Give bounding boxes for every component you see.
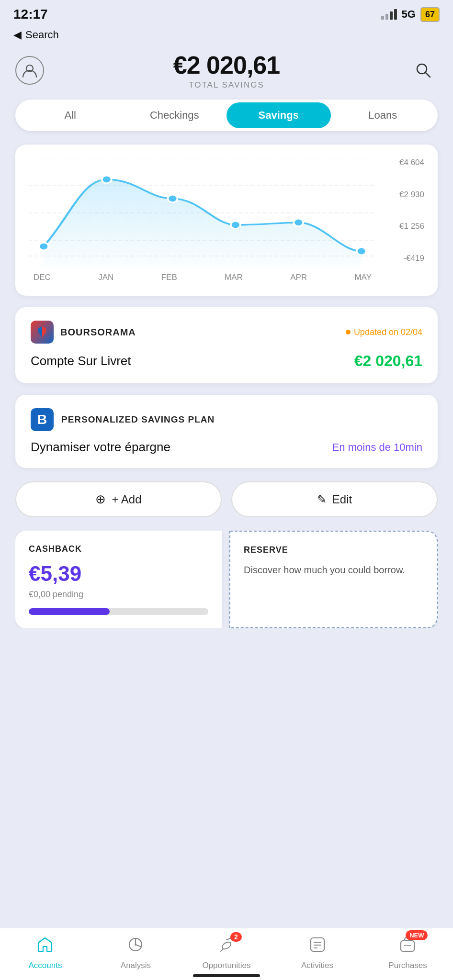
cashback-progress-bar	[29, 608, 208, 615]
account-brand: BOURSORAMA	[31, 321, 136, 344]
bottom-cards-row: CASHBACK €5,39 €0,00 pending RESERVE Dis…	[15, 531, 438, 628]
add-label: + Add	[112, 493, 141, 506]
tab-savings[interactable]: Savings	[226, 102, 331, 128]
reserve-desc: Discover how much you could borrow.	[244, 563, 423, 577]
home-indicator	[193, 974, 260, 977]
savings-plan-row: Dynamiser votre épargne En moins de 10mi…	[31, 440, 422, 455]
svg-point-8	[39, 243, 48, 250]
tab-checkings[interactable]: Checkings	[123, 102, 227, 128]
svg-line-2	[426, 73, 430, 78]
analysis-icon	[127, 936, 144, 957]
action-buttons: ⊕ + Add ✎ Edit	[15, 481, 438, 517]
savings-plan-title: PERSONALIZED SAVINGS PLAN	[61, 414, 215, 425]
tab-all[interactable]: All	[18, 102, 123, 128]
chart-x-dec: DEC	[34, 273, 51, 282]
header: €2 020,61 TOTAL SAVINGS	[0, 46, 453, 100]
chart-svg	[29, 158, 376, 268]
back-label: Search	[25, 29, 59, 41]
add-button[interactable]: ⊕ + Add	[15, 481, 222, 517]
cashback-progress-fill	[29, 608, 110, 615]
accounts-icon	[36, 936, 54, 957]
savings-plan-card[interactable]: B PERSONALIZED SAVINGS PLAN Dynamiser vo…	[15, 395, 438, 468]
account-header: BOURSORAMA Updated on 02/04	[31, 321, 422, 344]
savings-plan-link[interactable]: En moins de 10min	[332, 441, 422, 454]
opportunities-icon: 2	[218, 936, 235, 957]
purchases-new-badge: NEW	[406, 930, 428, 940]
boursorama-account-card[interactable]: BOURSORAMA Updated on 02/04 Compte Sur L…	[15, 307, 438, 383]
signal-bar-4	[394, 9, 397, 20]
nav-purchases[interactable]: NEW Purchases	[384, 936, 431, 970]
reserve-card[interactable]: RESERVE Discover how much you could borr…	[229, 531, 438, 628]
savings-plan-logo: B	[31, 408, 54, 431]
chart-x-apr: APR	[290, 273, 307, 282]
savings-plan-desc: Dynamiser votre épargne	[31, 440, 170, 455]
search-button[interactable]	[409, 56, 438, 85]
cashback-pending: €0,00 pending	[29, 590, 208, 600]
total-amount-label: TOTAL SAVINGS	[173, 80, 280, 90]
chart-x-may: MAY	[354, 273, 372, 282]
chart-y-label-1: €4 604	[399, 158, 424, 167]
chart-y-labels: €4 604 €2 930 €1 256 -€419	[381, 158, 424, 263]
activities-icon	[309, 936, 326, 957]
account-balance: €2 020,61	[354, 352, 422, 370]
nav-purchases-label: Purchases	[388, 961, 427, 970]
chart-x-labels: DEC JAN FEB MAR APR MAY	[29, 273, 376, 282]
edit-label: Edit	[332, 493, 352, 506]
chart-x-mar: MAR	[225, 273, 243, 282]
add-icon: ⊕	[95, 492, 106, 507]
opportunities-badge: 2	[230, 932, 242, 942]
chart-x-jan: JAN	[98, 273, 113, 282]
account-name: Compte Sur Livret	[31, 354, 131, 368]
savings-plan-header: B PERSONALIZED SAVINGS PLAN	[31, 408, 422, 431]
svg-point-12	[294, 219, 303, 226]
status-time: 12:17	[13, 7, 48, 22]
avatar-button[interactable]	[15, 56, 44, 85]
tab-loans[interactable]: Loans	[331, 102, 435, 128]
boursorama-logo	[31, 321, 54, 344]
svg-point-15	[135, 944, 136, 946]
nav-analysis-label: Analysis	[121, 961, 151, 970]
signal-bar-1	[381, 16, 384, 20]
svg-line-18	[221, 949, 223, 951]
update-badge: Updated on 02/04	[346, 327, 422, 337]
bottom-navigation: Accounts Analysis 2 Opportunities	[0, 928, 453, 980]
nav-activities-label: Activities	[301, 961, 333, 970]
signal-bar-3	[390, 11, 393, 20]
nav-analysis[interactable]: Analysis	[112, 936, 159, 970]
back-nav: ◀ Search	[0, 26, 453, 46]
cashback-card[interactable]: CASHBACK €5,39 €0,00 pending	[15, 531, 222, 628]
svg-point-9	[102, 176, 112, 183]
signal-bar-2	[385, 14, 388, 20]
chart-y-label-3: €1 256	[399, 222, 424, 231]
nav-opportunities[interactable]: 2 Opportunities	[202, 936, 250, 970]
svg-point-11	[231, 221, 240, 229]
chart-container: €4 604 €2 930 €1 256 -€419	[29, 158, 424, 282]
battery-indicator: 67	[420, 7, 440, 22]
total-amount-value: €2 020,61	[173, 51, 280, 79]
edit-icon: ✎	[317, 493, 327, 506]
account-row: Compte Sur Livret €2 020,61	[31, 352, 422, 370]
cashback-amount: €5,39	[29, 562, 208, 586]
back-button[interactable]: ◀ Search	[13, 29, 440, 41]
svg-point-13	[357, 247, 366, 255]
chart-y-label-4: -€419	[404, 254, 424, 263]
status-bar: 12:17 5G 67	[0, 0, 453, 26]
network-label: 5G	[402, 8, 416, 21]
nav-accounts-label: Accounts	[29, 961, 62, 970]
edit-button[interactable]: ✎ Edit	[231, 481, 438, 517]
update-label: Updated on 02/04	[354, 327, 422, 337]
account-type-tabs: All Checkings Savings Loans	[15, 100, 438, 131]
svg-point-10	[168, 195, 177, 202]
update-dot	[346, 330, 351, 334]
savings-chart-card: €4 604 €2 930 €1 256 -€419	[15, 145, 438, 296]
reserve-title: RESERVE	[244, 545, 423, 555]
nav-opportunities-label: Opportunities	[202, 961, 250, 970]
svg-rect-24	[401, 941, 414, 951]
total-amount-section: €2 020,61 TOTAL SAVINGS	[173, 51, 280, 90]
nav-accounts[interactable]: Accounts	[21, 936, 69, 970]
boursorama-name: BOURSORAMA	[60, 327, 136, 338]
purchases-icon: NEW	[399, 936, 416, 957]
nav-activities[interactable]: Activities	[294, 936, 341, 970]
back-arrow-icon: ◀	[13, 29, 22, 41]
chart-y-label-2: €2 930	[399, 190, 424, 200]
